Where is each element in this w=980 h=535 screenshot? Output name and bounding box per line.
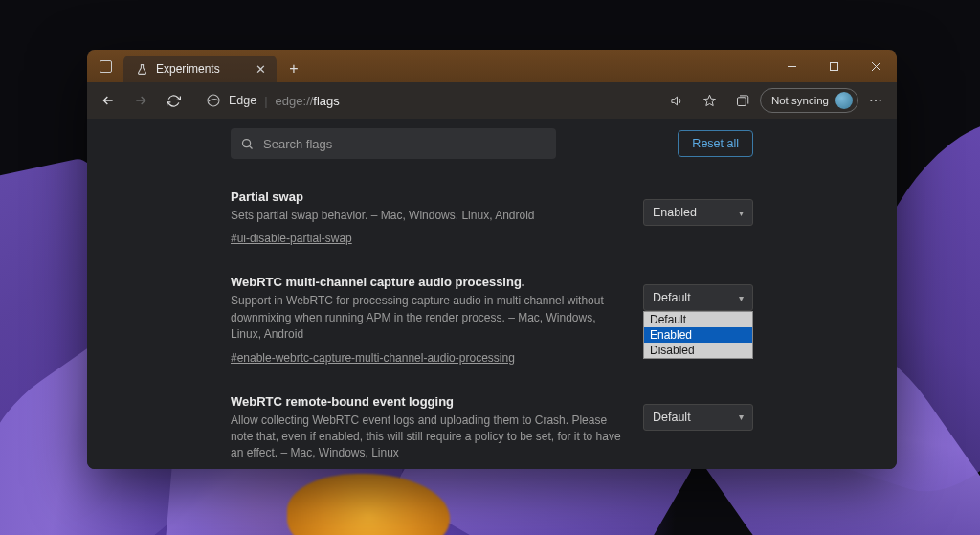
flask-icon: [135, 62, 148, 76]
flags-page[interactable]: Reset all Partial swapSets partial swap …: [87, 119, 897, 469]
sync-label: Not syncing: [771, 95, 829, 106]
reset-all-button[interactable]: Reset all: [678, 130, 753, 157]
collections-button[interactable]: [727, 85, 758, 116]
search-flags-input[interactable]: [263, 137, 546, 151]
minimize-button[interactable]: [770, 50, 813, 82]
maximize-button[interactable]: [813, 50, 855, 82]
svg-point-8: [880, 100, 881, 101]
tab-title: Experiments: [156, 62, 246, 76]
tab-close-button[interactable]: ✕: [254, 62, 267, 76]
new-tab-button[interactable]: +: [280, 56, 307, 82]
flag-select[interactable]: Default▾: [643, 284, 753, 311]
tab-actions-button[interactable]: [87, 60, 123, 73]
refresh-button[interactable]: [158, 85, 189, 116]
svg-rect-5: [738, 97, 746, 105]
flag-select-option[interactable]: Disabled: [644, 343, 752, 358]
edge-logo-icon: [206, 93, 221, 108]
back-button[interactable]: [93, 85, 123, 116]
svg-line-10: [250, 145, 253, 148]
url-text: edge://flags: [276, 94, 340, 108]
flag-item: Partial swapSets partial swap behavior. …: [231, 176, 753, 261]
flag-item: WebRTC multi-channel capture audio proce…: [231, 261, 753, 380]
flag-description: Allow collecting WebRTC event logs and u…: [231, 412, 624, 462]
chevron-down-icon: ▾: [739, 412, 744, 422]
flag-select-option[interactable]: Enabled: [644, 327, 752, 343]
search-icon: [240, 137, 255, 151]
flag-item: WebRTC remote-bound event loggingAllow c…: [231, 381, 753, 469]
flag-title: Partial swap: [231, 189, 624, 204]
address-bar[interactable]: Edge | edge://flags: [196, 87, 655, 114]
flag-select-value: Enabled: [653, 206, 697, 219]
browser-window: Experiments ✕ + Edge | edge://flags Not …: [87, 50, 897, 469]
read-aloud-button[interactable]: [662, 85, 693, 116]
forward-button[interactable]: [125, 85, 156, 116]
search-flags-wrap[interactable]: [231, 128, 556, 159]
titlebar[interactable]: Experiments ✕ +: [87, 50, 897, 82]
flags-list: Partial swapSets partial swap behavior. …: [87, 170, 897, 469]
flag-select-dropdown[interactable]: DefaultEnabledDisabled: [643, 311, 753, 359]
flag-select-value: Default: [653, 411, 691, 424]
flag-anchor-link[interactable]: #ui-disable-partial-swap: [231, 232, 352, 245]
flag-select-value: Default: [653, 291, 691, 304]
flag-select-option[interactable]: Default: [644, 312, 752, 327]
flag-title: WebRTC multi-channel capture audio proce…: [231, 275, 624, 289]
settings-menu-button[interactable]: [860, 85, 891, 116]
avatar-icon: [835, 92, 853, 109]
browser-tab[interactable]: Experiments ✕: [123, 56, 277, 82]
svg-point-9: [243, 139, 251, 146]
edge-label: Edge: [229, 94, 256, 107]
flag-description: Support in WebRTC for processing capture…: [231, 293, 624, 343]
flag-anchor-link[interactable]: #enable-webrtc-capture-multi-channel-aud…: [231, 351, 515, 365]
navigation-toolbar: Edge | edge://flags Not syncing: [87, 82, 897, 119]
flag-title: WebRTC remote-bound event logging: [231, 394, 624, 409]
favorites-button[interactable]: [695, 85, 725, 116]
flag-description: Sets partial swap behavior. – Mac, Windo…: [231, 208, 624, 224]
svg-point-7: [875, 100, 877, 101]
chevron-down-icon: ▾: [739, 208, 744, 218]
chevron-down-icon: ▾: [739, 293, 744, 303]
svg-rect-1: [830, 62, 837, 70]
svg-point-6: [870, 100, 872, 101]
flags-topbar: Reset all: [87, 119, 897, 170]
close-window-button[interactable]: [855, 50, 897, 82]
flag-select[interactable]: Default▾: [643, 404, 753, 431]
profile-sync-button[interactable]: Not syncing: [760, 88, 858, 113]
flag-select[interactable]: Enabled▾: [643, 199, 753, 226]
